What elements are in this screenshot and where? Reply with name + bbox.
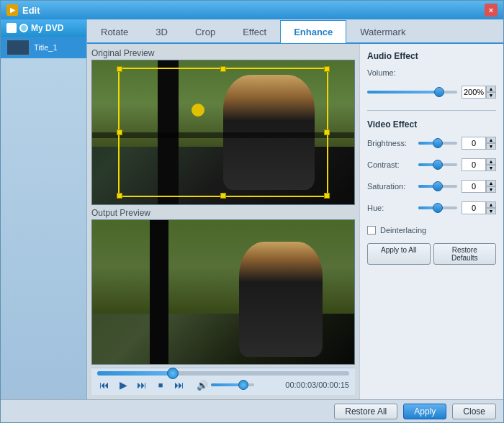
- progress-track[interactable]: [97, 371, 349, 376]
- transport-controls: ⏮ ▶ ⏭ ■ ⏭ 🔊: [97, 378, 349, 392]
- volume-area: 🔊: [197, 380, 254, 391]
- volume-thumb[interactable]: [238, 380, 248, 390]
- titlebar: ▶ Edit ×: [1, 1, 503, 19]
- tab-effect[interactable]: Effect: [229, 20, 280, 43]
- restore-defaults-button[interactable]: Restore Defaults: [433, 243, 497, 265]
- hue-spin-down[interactable]: ▼: [486, 208, 496, 214]
- saturation-spin-up[interactable]: ▲: [486, 180, 496, 186]
- tab-watermark[interactable]: Watermark: [346, 20, 419, 43]
- contrast-row: Contrast: 0 ▲: [367, 158, 496, 171]
- hue-spin-up[interactable]: ▲: [486, 201, 496, 208]
- video-section-title: Video Effect: [367, 119, 496, 129]
- saturation-value-box: 0: [462, 180, 486, 193]
- restore-all-button[interactable]: Restore All: [334, 404, 397, 419]
- volume-track[interactable]: [211, 383, 254, 386]
- original-video-sim: [92, 60, 354, 204]
- volume-slider-thumb[interactable]: [434, 87, 444, 97]
- volume-icon: 🔊: [197, 380, 208, 391]
- tab-3d[interactable]: 3D: [142, 20, 181, 43]
- apply-to-all-button[interactable]: Apply to All: [367, 243, 431, 265]
- saturation-slider-container: [418, 181, 457, 191]
- fast-forward-button[interactable]: ⏭: [135, 378, 149, 392]
- volume-slider-row: 200% ▲ ▼: [367, 86, 496, 99]
- brightness-spin-up[interactable]: ▲: [486, 137, 496, 143]
- progress-thumb[interactable]: [167, 368, 179, 379]
- tab-enhance[interactable]: Enhance: [280, 20, 346, 43]
- hue-value: 0: [472, 204, 476, 212]
- hue-label: Hue:: [367, 204, 414, 212]
- audio-section-title: Audio Effect: [367, 51, 496, 61]
- crop-handle-tr[interactable]: [324, 66, 330, 72]
- brightness-label: Brightness:: [367, 139, 414, 147]
- crop-handle-mr[interactable]: [324, 129, 330, 135]
- play-button[interactable]: ▶: [116, 378, 130, 392]
- volume-slider-track[interactable]: [367, 91, 457, 94]
- crop-handle-tm[interactable]: [220, 66, 226, 72]
- saturation-spin-down[interactable]: ▼: [486, 186, 496, 193]
- previews-column: Original Preview: [87, 44, 359, 399]
- sidebar-item-label-0: Title_1: [34, 43, 58, 52]
- brightness-value-box: 0: [462, 137, 486, 150]
- deinterlacing-label: Deinterlacing: [380, 226, 426, 235]
- skip-to-start-button[interactable]: ⏮: [97, 378, 112, 392]
- body-area: ✓ My DVD Title_1 Rotate 3D Crop Effect E…: [1, 19, 503, 399]
- stop-button[interactable]: ■: [153, 378, 168, 392]
- crop-overlay[interactable]: [118, 68, 328, 197]
- tab-rotate[interactable]: Rotate: [87, 20, 142, 43]
- brightness-spin-down[interactable]: ▼: [486, 143, 496, 150]
- volume-value: 200%: [464, 88, 484, 96]
- original-preview-label: Original Preview: [91, 48, 355, 58]
- volume-spin-up[interactable]: ▲: [486, 86, 496, 92]
- brightness-spinner: ▲ ▼: [486, 137, 496, 150]
- crop-handle-bm[interactable]: [220, 193, 226, 199]
- close-button[interactable]: Close: [452, 404, 496, 419]
- transport-bar: ⏮ ▶ ⏭ ■ ⏭ 🔊: [91, 368, 355, 395]
- volume-value-box: 200%: [462, 86, 486, 99]
- saturation-thumb[interactable]: [433, 181, 443, 191]
- contrast-spin-up[interactable]: ▲: [486, 158, 496, 165]
- crop-handle-bl[interactable]: [117, 193, 122, 199]
- edit-window: ▶ Edit × ✓ My DVD Title_1 Rotate 3D Crop: [0, 0, 504, 423]
- saturation-row: Saturation: 0 ▲: [367, 180, 496, 193]
- sidebar-header: ✓ My DVD: [1, 19, 86, 37]
- volume-slider-fill: [367, 91, 439, 94]
- hue-thumb[interactable]: [433, 203, 443, 213]
- volume-control-row: Volume:: [367, 68, 496, 77]
- crop-handle-br[interactable]: [324, 193, 330, 199]
- action-bar: Restore All Apply Close: [1, 399, 503, 422]
- divider-1: [367, 110, 496, 111]
- brightness-slider-container: [418, 138, 457, 148]
- skip-to-end-button[interactable]: ⏭: [172, 378, 186, 392]
- contrast-spin-down[interactable]: ▼: [486, 165, 496, 171]
- deinterlacing-checkbox[interactable]: [367, 226, 376, 235]
- app-icon: ▶: [6, 4, 18, 16]
- brightness-thumb[interactable]: [433, 138, 443, 148]
- brightness-value-group: 0 ▲ ▼: [462, 137, 496, 150]
- contrast-slider-track[interactable]: [418, 163, 457, 166]
- crop-handle-tl[interactable]: [117, 66, 122, 72]
- output-video-sim: [92, 220, 354, 364]
- original-preview-section: Original Preview: [91, 48, 355, 205]
- progress-row: [97, 371, 349, 376]
- volume-spin-down[interactable]: ▼: [486, 92, 496, 99]
- brightness-slider-track[interactable]: [418, 142, 457, 145]
- hue-value-box: 0: [462, 201, 486, 214]
- contrast-thumb[interactable]: [433, 160, 443, 170]
- crop-handle-ml[interactable]: [117, 129, 122, 135]
- hue-row: Hue: 0 ▲: [367, 201, 496, 214]
- brightness-row: Brightness: 0 ▲: [367, 137, 496, 150]
- content-body: Original Preview: [87, 44, 503, 399]
- saturation-value-group: 0 ▲ ▼: [462, 180, 496, 193]
- right-panel: Audio Effect Volume:: [359, 44, 503, 399]
- tab-crop[interactable]: Crop: [181, 20, 229, 43]
- apply-button[interactable]: Apply: [403, 404, 446, 419]
- sidebar-item-0[interactable]: Title_1: [1, 37, 86, 58]
- contrast-slider-container: [418, 160, 457, 170]
- output-preview-section: Output Preview: [91, 208, 355, 365]
- volume-spinner: ▲ ▼: [486, 86, 496, 99]
- hue-slider-track[interactable]: [418, 206, 457, 209]
- window-close-button[interactable]: ×: [485, 4, 498, 17]
- sidebar-check[interactable]: ✓: [6, 23, 17, 33]
- saturation-slider-track[interactable]: [418, 185, 457, 188]
- sidebar-circle: [19, 24, 28, 32]
